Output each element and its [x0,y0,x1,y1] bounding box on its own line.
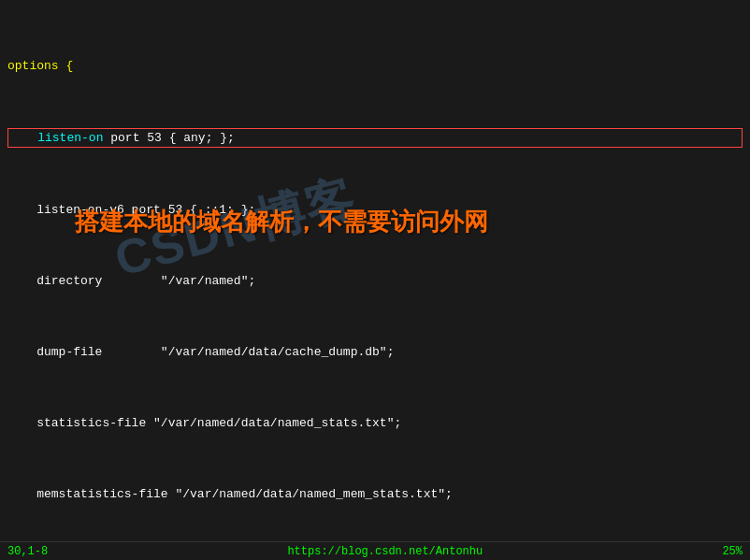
status-position: 30,1-8 [7,545,48,558]
status-percent: 25% [722,545,743,558]
status-url: https://blog.csdn.net/Antonhu [287,545,483,558]
code-line: memstatistics-file "/var/named/data/name… [7,485,743,503]
code-line: dump-file "/var/named/data/cache_dump.db… [7,343,743,361]
status-bar: 30,1-8 https://blog.csdn.net/Antonhu 25% [0,541,750,560]
code-content: options { listen-on port 53 { any; }; li… [0,0,750,560]
code-line: options { [7,57,743,75]
code-line: directory "/var/named"; [7,272,743,290]
code-editor: options { listen-on port 53 { any; }; li… [0,0,750,560]
code-line: listen-on-v6 port 53 { ::1; }; [7,201,743,219]
code-line-highlight: listen-on port 53 { any; }; [7,128,743,148]
code-line: statistics-file "/var/named/data/named_s… [7,414,743,432]
